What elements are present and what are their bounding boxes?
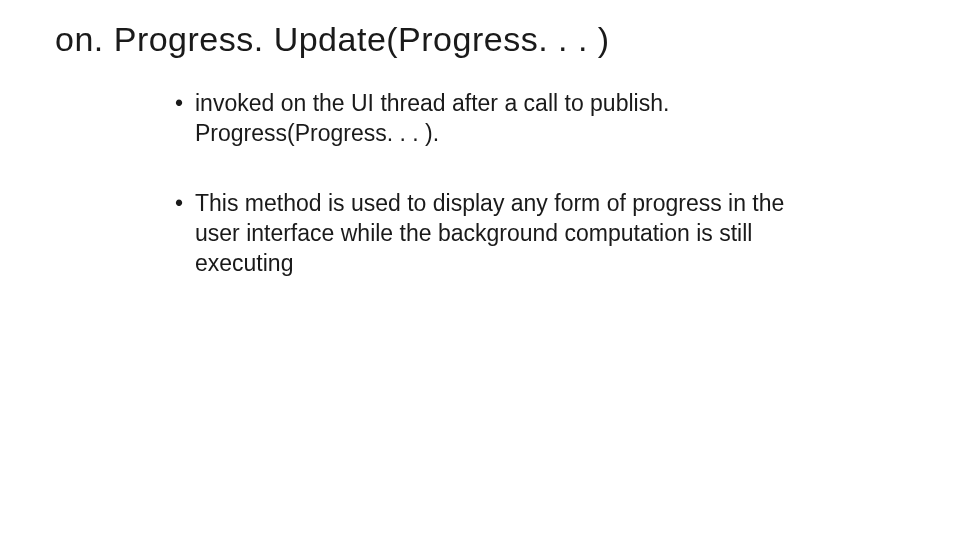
slide-title: on. Progress. Update(Progress. . . ) <box>55 20 905 59</box>
bullet-item: This method is used to display any form … <box>175 189 815 279</box>
bullet-text: invoked on the UI thread after a call to… <box>195 90 669 146</box>
bullet-item: invoked on the UI thread after a call to… <box>175 89 815 149</box>
slide-container: on. Progress. Update(Progress. . . ) inv… <box>0 0 960 278</box>
bullet-text: This method is used to display any form … <box>195 190 784 276</box>
slide-content: invoked on the UI thread after a call to… <box>55 89 905 278</box>
